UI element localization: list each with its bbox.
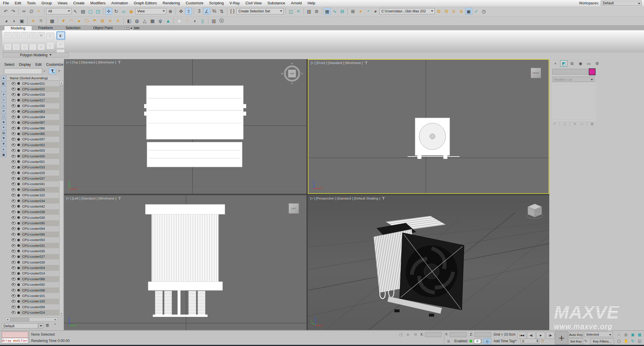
compass-south[interactable]: S	[291, 82, 293, 85]
save-state-icon[interactable]: ⧈	[450, 8, 457, 15]
visibility-eye-icon[interactable]	[12, 266, 16, 269]
undo-icon[interactable]: ↶	[2, 8, 9, 15]
go-to-start-button[interactable]: |◀◀	[517, 332, 526, 339]
current-frame-spinner[interactable]: 0	[521, 339, 539, 343]
visibility-eye-icon[interactable]	[12, 149, 16, 152]
list-item[interactable]: CPU-cooler024	[7, 310, 59, 315]
zoom-extents-all-button[interactable]: ▦	[637, 332, 643, 337]
explorer-menu-display[interactable]: Display	[17, 63, 33, 67]
selection-dot-icon[interactable]	[17, 283, 20, 286]
render-setup-gear-icon[interactable]: ⚙	[435, 8, 442, 15]
transform-type-in-icon[interactable]: ⊞	[414, 332, 417, 336]
selection-dot-icon[interactable]	[17, 99, 20, 101]
scrollbar-thumb[interactable]	[60, 85, 63, 180]
shield-icon[interactable]: ◉	[447, 339, 450, 343]
select-by-name-icon[interactable]: ▤	[80, 8, 86, 15]
selection-dot-icon[interactable]	[17, 127, 20, 129]
box-icon[interactable]: ▣	[18, 18, 25, 25]
visibility-eye-icon[interactable]	[12, 250, 16, 253]
edit-poly-mode-button[interactable]: ◰	[4, 44, 12, 50]
sphere-arc-icon[interactable]: ◗	[11, 18, 18, 25]
visibility-eye-icon[interactable]	[12, 233, 16, 236]
list-item[interactable]: CPU-cooler016	[7, 92, 59, 97]
visibility-eye-icon[interactable]	[12, 294, 16, 297]
search-input[interactable]	[4, 68, 42, 74]
keyboard-shortcut-override-icon[interactable]: ⇧	[185, 8, 192, 15]
create-key-button[interactable]: +	[555, 331, 568, 345]
select-and-manipulate-icon[interactable]: ✜	[178, 8, 184, 15]
building-icon[interactable]: ▦	[149, 18, 156, 25]
visibility-eye-icon[interactable]	[12, 227, 16, 230]
funnel-icon[interactable]	[118, 197, 121, 200]
menu-item-substance[interactable]: Substance	[265, 0, 288, 6]
list-item[interactable]: CPU-cooler033	[7, 165, 59, 170]
scroll-left-icon[interactable]: ◄	[5, 318, 10, 321]
list-item[interactable]: CPU-cooler087	[7, 120, 59, 125]
viewport-label[interactable]: [+ ] [Front ] [Standard ] [Wireframe ]	[311, 61, 368, 65]
selection-dot-icon[interactable]	[17, 267, 20, 269]
visibility-eye-icon[interactable]	[12, 172, 16, 174]
visibility-eye-icon[interactable]	[12, 289, 16, 292]
edge-mode-button[interactable]: ◁	[12, 32, 20, 39]
selection-dot-icon[interactable]	[17, 93, 20, 96]
list-item[interactable]: CPU-cooler003	[7, 148, 59, 153]
list-item[interactable]: CPU-cooler083	[7, 109, 59, 114]
umbrella-light-icon[interactable]: ☂	[91, 18, 98, 25]
filter-cameras-icon[interactable]: ⌑	[1, 97, 6, 102]
selection-filter-dropdown[interactable]: All	[46, 8, 71, 14]
viewcube-front-face[interactable]: FRONT	[531, 68, 541, 78]
visibility-eye-icon[interactable]	[12, 127, 16, 130]
list-item[interactable]: CPU-cooler021	[7, 81, 59, 86]
geodesic-light-icon[interactable]: ⬡	[83, 18, 90, 25]
filter-selection-sets-icon[interactable]: ▣	[1, 152, 6, 157]
visibility-eye-icon[interactable]	[12, 183, 16, 185]
list-item[interactable]: CPU-cooler098	[7, 287, 59, 293]
viewport-top[interactable]: [+ ] [Top ] [Standard ] [Wireframe ] TOP…	[64, 59, 306, 194]
list-item[interactable]: CPU-cooler004	[7, 265, 59, 270]
visibility-eye-icon[interactable]	[12, 188, 16, 191]
time-configuration-icon[interactable]: ◷	[541, 339, 544, 343]
menu-item-v-ray[interactable]: V-Ray	[227, 0, 242, 6]
visibility-eye-icon[interactable]	[12, 205, 16, 208]
film-camera-icon[interactable]: ▦	[49, 18, 56, 25]
cube-geometry-icon[interactable]: ◧	[126, 18, 133, 25]
selection-dot-icon[interactable]	[17, 239, 20, 241]
list-item[interactable]: CPU-cooler025	[7, 187, 59, 192]
list-item[interactable]: CPU-cooler030	[7, 215, 59, 220]
window-crossing-icon[interactable]: ◳	[95, 8, 101, 15]
selection-dot-icon[interactable]	[17, 227, 20, 230]
snaps-toggle-3d-icon[interactable]: 3	[196, 8, 203, 15]
visibility-eye-icon[interactable]	[12, 300, 16, 303]
list-item[interactable]: CPU-cooler086	[7, 125, 59, 131]
zoom-region-button[interactable]: ▢	[616, 338, 622, 344]
menu-item-graph-editors[interactable]: Graph Editors	[131, 0, 160, 6]
filter-all-icon[interactable]: ●	[1, 76, 6, 80]
active-layer-dropdown[interactable]: Default	[2, 323, 38, 328]
visibility-eye-icon[interactable]	[12, 82, 16, 85]
percent-snap-toggle-icon[interactable]: %	[211, 8, 218, 15]
list-item[interactable]: CPU-cooler031	[7, 243, 59, 248]
command-panel-tab-motion[interactable]: ◉	[577, 60, 584, 67]
menu-item-rendering[interactable]: Rendering	[160, 0, 183, 6]
autobackup-save-icon[interactable]: ▣	[465, 8, 472, 15]
select-and-link-icon[interactable]: ∞	[20, 8, 27, 15]
visibility-eye-icon[interactable]	[12, 104, 16, 107]
menu-item-file[interactable]: File	[0, 0, 12, 6]
filter-button[interactable]	[49, 68, 56, 74]
clone-state-icon[interactable]: ⧉	[443, 8, 450, 15]
modifier-stack[interactable]	[552, 84, 595, 120]
default-tangents-icon[interactable]: ∿	[584, 339, 587, 343]
list-item[interactable]: CPU-cooler002	[7, 142, 59, 148]
explorer-menu-edit[interactable]: Edit	[33, 63, 44, 67]
selection-dot-icon[interactable]	[17, 278, 20, 280]
compass-east[interactable]: E	[302, 72, 303, 75]
visibility-eye-icon[interactable]	[12, 238, 16, 241]
viewport-label[interactable]: [+ ] [Top ] [Standard ] [Wireframe ]	[66, 61, 121, 64]
tab-freeform[interactable]: Freeform	[32, 26, 59, 31]
rectangular-selection-region-icon[interactable]: ▢	[87, 8, 94, 15]
toggle-command-panel-button[interactable]: ◧	[57, 31, 65, 40]
viewcube-left-face[interactable]: LEFT	[289, 203, 299, 214]
menu-item-create[interactable]: Create	[70, 0, 87, 6]
viewcube-compass[interactable]: TOP N S W E	[284, 65, 300, 82]
filter-shapes-icon[interactable]: ◌	[1, 86, 6, 91]
